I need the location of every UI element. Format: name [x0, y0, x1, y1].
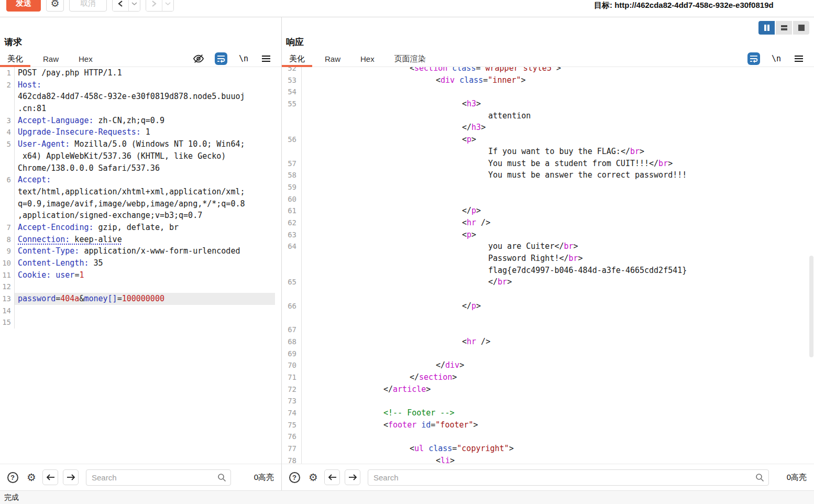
menu-icon[interactable]: [260, 52, 272, 65]
tab-request-raw[interactable]: Raw: [36, 51, 66, 67]
code-row[interactable]: 2Host:: [0, 79, 281, 91]
response-search: [368, 469, 769, 486]
tab-request-beautify[interactable]: 美化: [0, 51, 30, 67]
code-row[interactable]: 57You must be a student from CUIT!!!</br…: [282, 158, 814, 170]
code-row[interactable]: 70</div>: [282, 359, 814, 371]
code-row[interactable]: 11Cookie: user=1: [0, 269, 281, 281]
code-row[interactable]: x64) AppleWebKit/537.36 (KHTML, like Gec…: [0, 150, 281, 162]
code-row[interactable]: 9Content-Type: application/x-www-form-ur…: [0, 245, 281, 257]
find-next-button[interactable]: [63, 469, 79, 485]
code-row[interactable]: 53<div class="inner">: [282, 74, 814, 86]
code-line: If you want to buy the FLAG:</br>: [302, 146, 808, 158]
code-row[interactable]: 63<p>: [282, 229, 814, 241]
menu-icon[interactable]: [793, 52, 805, 65]
search-settings-button[interactable]: ⚙: [307, 471, 320, 484]
tab-request-hex[interactable]: Hex: [71, 51, 100, 67]
code-row[interactable]: q=0.9,image/avif,image/webp,image/apng,*…: [0, 198, 281, 210]
eye-off-icon[interactable]: [192, 52, 205, 65]
search-settings-button[interactable]: ⚙: [25, 471, 38, 484]
code-row[interactable]: 61</p>: [282, 205, 814, 217]
code-row[interactable]: 65</br>: [282, 276, 814, 288]
history-forward-dropdown[interactable]: [162, 0, 173, 11]
code-row[interactable]: 58You must be answer the correct passwor…: [282, 169, 814, 181]
status-text: 完成: [4, 493, 19, 502]
code-row[interactable]: 13password=404a&money[]=100000000: [0, 293, 281, 305]
find-previous-button[interactable]: [324, 469, 340, 485]
code-row[interactable]: 68<hr />: [282, 336, 814, 348]
history-forward-button[interactable]: [146, 0, 162, 11]
code-row[interactable]: Chrome/138.0.0.0 Safari/537.36: [0, 162, 281, 174]
layout-single-button[interactable]: [793, 21, 809, 35]
code-row[interactable]: [282, 312, 814, 324]
code-row[interactable]: 12: [0, 281, 281, 293]
send-button[interactable]: 发送: [6, 0, 41, 12]
code-row[interactable]: 67: [282, 324, 814, 336]
word-wrap-icon[interactable]: [747, 52, 760, 65]
tab-response-render[interactable]: 页面渲染: [387, 51, 433, 67]
code-row[interactable]: 56<p>: [282, 134, 814, 146]
code-line: attention: [302, 110, 808, 122]
request-editor[interactable]: 1POST /pay.php HTTP/1.12Host:462cda82-4d…: [0, 67, 281, 464]
code-row[interactable]: 59: [282, 181, 814, 193]
help-button[interactable]: ?: [6, 471, 19, 484]
find-next-button[interactable]: [345, 469, 360, 485]
code-row[interactable]: 74<!-- Footer -->: [282, 407, 814, 419]
code-row[interactable]: attention: [282, 110, 814, 122]
line-number: [282, 122, 302, 134]
code-row[interactable]: text/html,application/xhtml+xml,applicat…: [0, 186, 281, 198]
newline-icon[interactable]: \n: [770, 52, 783, 65]
request-search-input[interactable]: [86, 469, 231, 486]
code-row[interactable]: 71</section>: [282, 371, 814, 384]
code-row[interactable]: 8Connection: keep-alive: [0, 234, 281, 246]
response-editor[interactable]: 52<section class="wrapper style5">53<div…: [282, 67, 814, 464]
code-row[interactable]: 66</p>: [282, 300, 814, 312]
code-row[interactable]: 7Accept-Encoding: gzip, deflate, br: [0, 222, 281, 234]
tab-response-raw[interactable]: Raw: [317, 51, 348, 67]
code-row[interactable]: 78<li>: [282, 455, 814, 464]
history-back-dropdown[interactable]: [129, 0, 140, 11]
code-row[interactable]: 15: [0, 316, 281, 328]
code-row[interactable]: 52<section class="wrapper style5">: [282, 67, 814, 74]
code-row[interactable]: 5User-Agent: Mozilla/5.0 (Windows NT 10.…: [0, 138, 281, 150]
code-row[interactable]: .cn:81: [0, 103, 281, 115]
code-row[interactable]: </h3>: [282, 122, 814, 134]
response-search-input[interactable]: [368, 469, 769, 486]
code-row[interactable]: 462cda82-4dd7-458c-932e-e30f0819d878.nod…: [0, 91, 281, 103]
code-line: Accept-Language: zh-CN,zh;q=0.9: [15, 115, 275, 127]
code-row[interactable]: ,application/signed-exchange;v=b3;q=0.7: [0, 210, 281, 222]
code-row[interactable]: 72</article>: [282, 384, 814, 396]
code-row[interactable]: 76: [282, 431, 814, 443]
help-button[interactable]: ?: [288, 471, 301, 484]
code-row[interactable]: 62<hr />: [282, 217, 814, 229]
code-row[interactable]: If you want to buy the FLAG:</br>: [282, 146, 814, 158]
code-row[interactable]: 6Accept:: [0, 174, 281, 186]
code-row[interactable]: [282, 288, 814, 300]
code-row[interactable]: 4Upgrade-Insecure-Requests: 1: [0, 126, 281, 138]
code-row[interactable]: flag{e7dc4997-b046-484d-a3fe-4665cdd2f54…: [282, 265, 814, 277]
code-row[interactable]: 1POST /pay.php HTTP/1.1: [0, 67, 281, 79]
layout-split-vertical-button[interactable]: [758, 21, 775, 35]
tab-response-hex[interactable]: Hex: [353, 51, 382, 67]
code-row[interactable]: 64you are Cuiter</br>: [282, 240, 814, 253]
word-wrap-icon[interactable]: [215, 52, 227, 65]
code-row[interactable]: 60: [282, 193, 814, 205]
tab-response-beautify[interactable]: 美化: [282, 51, 312, 67]
find-previous-button[interactable]: [42, 469, 58, 485]
code-row[interactable]: 77<ul class="copyright">: [282, 443, 814, 455]
code-row[interactable]: 75<footer id="footer">: [282, 419, 814, 431]
code-row[interactable]: Password Right!</br>: [282, 253, 814, 265]
code-row[interactable]: 54: [282, 86, 814, 98]
send-settings-button[interactable]: ⚙: [46, 0, 64, 12]
cancel-button[interactable]: 取消: [69, 0, 107, 12]
code-row[interactable]: 3Accept-Language: zh-CN,zh;q=0.9: [0, 115, 281, 127]
newline-icon[interactable]: \n: [237, 52, 250, 65]
code-row[interactable]: 14: [0, 305, 281, 317]
history-back-button[interactable]: [113, 0, 129, 11]
layout-split-horizontal-button[interactable]: [776, 21, 792, 35]
code-row[interactable]: 69: [282, 348, 814, 360]
line-number: [0, 91, 15, 103]
code-row[interactable]: 73: [282, 395, 814, 407]
response-scrollbar-thumb[interactable]: [809, 256, 813, 357]
code-row[interactable]: 55<h3>: [282, 98, 814, 110]
code-row[interactable]: 10Content-Length: 35: [0, 257, 281, 269]
